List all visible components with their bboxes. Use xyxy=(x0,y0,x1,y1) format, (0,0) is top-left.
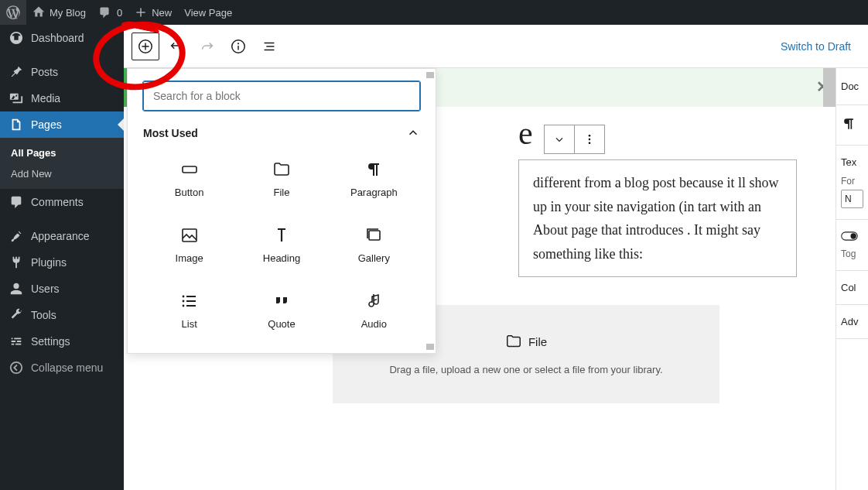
redo-icon xyxy=(199,38,216,55)
sidebar-item-dashboard[interactable]: Dashboard xyxy=(0,25,124,51)
undo-icon xyxy=(168,38,185,55)
sidebar-item-appearance[interactable]: Appearance xyxy=(0,223,124,249)
text-settings-row[interactable]: Tex For N xyxy=(836,146,868,220)
toggle-icon xyxy=(841,231,858,242)
media-icon xyxy=(9,91,23,105)
list-block-icon xyxy=(180,292,199,310)
admin-sidebar: Dashboard Posts Media Pages All Pages Ad… xyxy=(0,25,124,490)
sidebar-item-posts[interactable]: Posts xyxy=(0,59,124,85)
block-item-paragraph[interactable]: Paragraph xyxy=(328,149,420,209)
block-item-list[interactable]: List xyxy=(143,281,235,341)
redo-button[interactable] xyxy=(193,33,221,60)
paragraph-block[interactable]: different from a blog post because it ll… xyxy=(518,159,797,277)
paragraph-icon-row[interactable] xyxy=(836,105,868,146)
paragraph-block-icon xyxy=(364,160,383,179)
sidebar-item-users[interactable]: Users xyxy=(0,276,124,302)
outline-button[interactable] xyxy=(255,33,283,60)
switch-to-draft-button[interactable]: Switch to Draft xyxy=(771,40,860,53)
page-icon xyxy=(9,118,23,132)
settings-tab-document[interactable]: Doc xyxy=(836,68,868,105)
sliders-icon xyxy=(9,334,23,348)
sidebar-sub-all-pages[interactable]: All Pages xyxy=(0,142,124,163)
inserter-scroll-up[interactable] xyxy=(426,72,434,78)
sidebar-item-tools[interactable]: Tools xyxy=(0,302,124,328)
wp-logo[interactable] xyxy=(0,0,26,25)
sidebar-item-comments[interactable]: Comments xyxy=(0,189,124,215)
color-settings-row[interactable]: Col xyxy=(836,271,868,305)
home-icon xyxy=(32,6,45,19)
brush-icon xyxy=(9,229,23,243)
button-block-icon xyxy=(180,160,199,179)
new-content-link[interactable]: New xyxy=(128,0,178,25)
comments-link[interactable]: 0 xyxy=(92,0,128,25)
sidebar-item-media[interactable]: Media xyxy=(0,85,124,111)
site-name-link[interactable]: My Blog xyxy=(26,0,92,25)
wrench-icon xyxy=(9,308,23,322)
comment-icon xyxy=(9,195,23,209)
chevron-up-icon[interactable] xyxy=(406,126,420,140)
user-icon xyxy=(9,282,23,296)
advanced-row[interactable]: Adv xyxy=(836,305,868,339)
info-icon xyxy=(230,38,247,55)
file-block-icon xyxy=(272,160,291,179)
admin-bar: My Blog 0 New View Page xyxy=(0,0,868,25)
svg-point-3 xyxy=(238,43,239,44)
svg-rect-10 xyxy=(183,229,196,242)
pages-submenu: All Pages Add New xyxy=(0,138,124,189)
plus-circle-icon xyxy=(137,38,154,55)
svg-point-12 xyxy=(182,296,184,298)
svg-point-5 xyxy=(850,233,856,238)
add-block-button[interactable] xyxy=(132,33,159,60)
comment-bubble-icon xyxy=(98,6,111,19)
file-block-title: File xyxy=(528,335,547,348)
plus-icon xyxy=(135,6,147,19)
site-name: My Blog xyxy=(50,7,86,19)
block-toolbar xyxy=(544,125,605,154)
editor-area: Switch to Draft ✕ Doc Tex For N Tog Col … xyxy=(124,25,868,490)
dashboard-icon xyxy=(9,31,23,45)
block-align-dropdown[interactable] xyxy=(545,125,574,154)
undo-button[interactable] xyxy=(162,33,190,60)
svg-rect-11 xyxy=(369,231,380,240)
sidebar-item-settings[interactable]: Settings xyxy=(0,328,124,355)
block-item-gallery[interactable]: Gallery xyxy=(328,215,420,275)
info-button[interactable] xyxy=(224,33,252,60)
block-inserter-panel: Most Used Button File Paragraph xyxy=(127,68,436,354)
chevron-down-icon xyxy=(553,133,566,146)
svg-rect-9 xyxy=(183,166,196,173)
block-item-quote[interactable]: Quote xyxy=(235,281,327,341)
sidebar-item-pages[interactable]: Pages xyxy=(0,111,124,138)
image-block-icon xyxy=(180,226,199,245)
pilcrow-icon xyxy=(841,116,856,132)
pushpin-icon xyxy=(9,65,23,79)
block-more-button[interactable] xyxy=(575,125,604,154)
gallery-block-icon xyxy=(364,226,383,245)
inserter-section-title: Most Used xyxy=(143,127,198,139)
block-item-button[interactable]: Button xyxy=(143,149,235,209)
block-item-file[interactable]: File xyxy=(235,149,327,209)
block-item-image[interactable]: Image xyxy=(143,215,235,275)
plug-icon xyxy=(9,255,23,269)
quote-block-icon xyxy=(272,292,291,310)
block-search-input[interactable] xyxy=(143,81,420,111)
more-vertical-icon xyxy=(583,133,596,146)
svg-point-8 xyxy=(588,142,590,145)
view-page-link[interactable]: View Page xyxy=(178,0,238,25)
sidebar-sub-add-new[interactable]: Add New xyxy=(0,163,124,184)
settings-panel: Doc Tex For N Tog Col Adv xyxy=(836,68,868,490)
collapse-menu[interactable]: Collapse menu xyxy=(0,355,124,381)
dropcap-row[interactable]: Tog xyxy=(836,220,868,271)
heading-block-icon xyxy=(272,226,291,245)
inserter-scroll-down[interactable] xyxy=(426,344,434,350)
editor-toolbar: Switch to Draft xyxy=(124,25,868,68)
block-item-audio[interactable]: Audio xyxy=(328,281,420,341)
outline-icon xyxy=(261,38,278,55)
folder-icon xyxy=(505,333,522,350)
svg-point-0 xyxy=(11,362,22,373)
block-item-heading[interactable]: Heading xyxy=(235,215,327,275)
sidebar-item-plugins[interactable]: Plugins xyxy=(0,249,124,276)
collapse-icon xyxy=(9,361,23,375)
file-block-description: Drag a file, upload a new one or select … xyxy=(348,364,704,375)
page-title[interactable]: e xyxy=(518,115,533,152)
svg-point-6 xyxy=(588,135,590,137)
